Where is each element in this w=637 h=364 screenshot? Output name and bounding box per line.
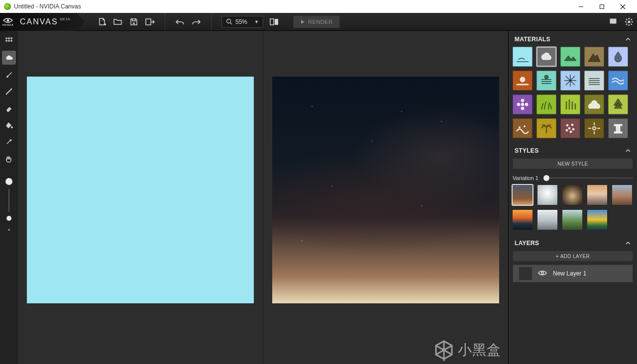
svg-point-45 — [568, 127, 570, 129]
undo-button[interactable] — [172, 14, 188, 30]
svg-point-37 — [521, 99, 524, 102]
line-tool[interactable] — [2, 85, 16, 98]
chevron-up-icon — [625, 241, 631, 245]
svg-point-39 — [517, 103, 520, 106]
style-thumb-style-1[interactable] — [513, 185, 532, 205]
material-ruin[interactable] — [608, 118, 628, 138]
svg-rect-9 — [275, 19, 278, 25]
material-tree[interactable] — [608, 94, 628, 114]
material-palm[interactable] — [536, 118, 556, 138]
variation-slider[interactable] — [543, 178, 633, 179]
variation-label: Variation 1 — [513, 175, 538, 181]
svg-point-13 — [628, 20, 630, 23]
svg-rect-56 — [614, 132, 622, 133]
material-snow[interactable] — [560, 71, 580, 91]
style-thumb-style-7[interactable] — [537, 210, 557, 230]
svg-rect-5 — [146, 19, 151, 25]
svg-point-26 — [8, 40, 10, 42]
material-bush[interactable] — [584, 94, 604, 114]
svg-point-48 — [570, 131, 572, 133]
redo-button[interactable] — [188, 14, 204, 30]
brush-size-slider[interactable] — [5, 178, 12, 231]
svg-point-6 — [227, 19, 231, 23]
eyedropper-tool[interactable] — [2, 135, 16, 149]
app-header: NVIDIA CANVAS BETA 55% ▼ RENDER — [0, 13, 637, 31]
grid-icon[interactable] — [2, 34, 16, 48]
feedback-button[interactable] — [605, 14, 621, 30]
material-sky[interactable] — [513, 47, 532, 67]
watermark: 小黑盒 — [434, 339, 501, 361]
material-gravel[interactable] — [560, 118, 580, 138]
style-thumb-style-3[interactable] — [562, 185, 582, 205]
minimize-button[interactable] — [570, 0, 591, 13]
brush-tool[interactable] — [2, 68, 16, 82]
material-cloud[interactable] — [536, 47, 556, 67]
layer-name: New Layer 1 — [553, 270, 586, 277]
maximize-button[interactable] — [591, 0, 612, 13]
app-icon — [4, 3, 11, 10]
svg-point-38 — [521, 107, 524, 110]
style-thumb-style-5[interactable] — [612, 185, 632, 205]
layers-body: + ADD LAYER New Layer 1 — [509, 251, 637, 287]
compare-view-button[interactable] — [266, 14, 282, 30]
visibility-toggle[interactable] — [538, 270, 547, 277]
layer-item[interactable]: New Layer 1 — [513, 265, 633, 282]
open-file-button[interactable] — [110, 14, 126, 30]
settings-button[interactable] — [621, 14, 637, 30]
save-file-button[interactable] — [126, 14, 142, 30]
add-layer-button[interactable]: + ADD LAYER — [513, 251, 633, 262]
render-button[interactable]: RENDER — [293, 15, 340, 28]
svg-point-57 — [541, 272, 544, 274]
svg-point-42 — [524, 126, 526, 127]
style-thumb-style-2[interactable] — [537, 185, 557, 205]
material-mountain[interactable] — [584, 47, 604, 67]
input-canvas[interactable] — [27, 77, 254, 303]
new-file-button[interactable] — [94, 14, 110, 30]
style-thumbnails — [513, 185, 633, 230]
material-lava[interactable] — [513, 71, 532, 91]
eraser-tool[interactable] — [2, 101, 16, 115]
material-fog[interactable] — [584, 71, 604, 91]
brush-size-large-icon — [5, 178, 12, 185]
style-thumb-style-6[interactable] — [513, 210, 532, 230]
style-thumb-style-8[interactable] — [562, 210, 582, 230]
new-style-button[interactable]: NEW STYLE — [513, 158, 633, 169]
variation-thumb[interactable] — [543, 175, 549, 181]
material-grass[interactable] — [536, 94, 556, 114]
window-titlebar: Untitled - NVIDIA Canvas — [0, 0, 637, 13]
svg-point-41 — [519, 127, 521, 128]
fill-tool[interactable] — [2, 118, 16, 132]
material-sparkle[interactable] — [584, 118, 604, 138]
material-hill[interactable] — [560, 47, 580, 67]
svg-line-18 — [626, 19, 627, 20]
zoom-control[interactable]: 55% ▼ — [221, 16, 263, 28]
styles-header[interactable]: STYLES — [509, 142, 637, 158]
material-dirt[interactable] — [513, 118, 532, 138]
pan-tool[interactable] — [2, 152, 16, 166]
style-thumb-style-4[interactable] — [587, 185, 607, 205]
left-toolbar — [0, 31, 18, 364]
materials-header[interactable]: MATERIALS — [509, 31, 637, 47]
svg-line-21 — [626, 23, 627, 24]
material-flower[interactable] — [513, 94, 532, 114]
material-haze[interactable] — [536, 71, 556, 91]
brush-size-handle[interactable] — [6, 216, 11, 221]
svg-point-43 — [566, 124, 568, 126]
export-button[interactable] — [142, 14, 158, 30]
material-reeds[interactable] — [560, 94, 580, 114]
svg-point-22 — [6, 38, 7, 39]
material-sea[interactable] — [608, 71, 628, 91]
svg-rect-11 — [613, 19, 614, 21]
workspace: 小黑盒 — [18, 31, 509, 364]
style-thumb-style-9[interactable] — [587, 210, 607, 230]
close-button[interactable] — [612, 0, 633, 13]
cloud-material-tool[interactable] — [2, 51, 16, 65]
svg-rect-12 — [613, 22, 614, 23]
layers-header[interactable]: LAYERS — [509, 235, 637, 251]
material-water-drop[interactable] — [608, 47, 628, 67]
styles-body: NEW STYLE Variation 1 — [509, 158, 637, 235]
chevron-down-icon: ▼ — [254, 19, 259, 24]
output-canvas — [272, 77, 499, 303]
svg-point-4 — [7, 19, 9, 21]
brand-name: CANVAS — [20, 17, 58, 26]
